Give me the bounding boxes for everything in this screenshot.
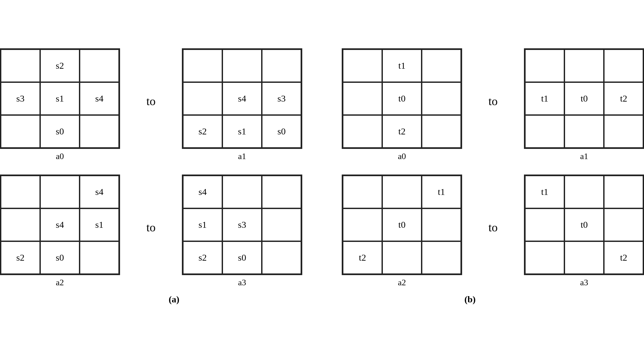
top-row: s2s3s1s4s0 a0 to s4s3s2s1s0 a1 t1t0t2 a0… — [7, 48, 637, 161]
grid-cell: t0 — [382, 82, 422, 115]
grid-cell: s2 — [183, 115, 222, 148]
to-arrow-a-row2: to — [140, 221, 162, 234]
grid-b-a1-label: a1 — [580, 152, 588, 161]
grid-cell — [525, 115, 564, 148]
grid-cell: s4 — [222, 82, 262, 115]
grid-cell — [222, 176, 262, 208]
grid-cell: s3 — [1, 82, 40, 115]
grid-a-a3: s4s1s3s2s0 a3 — [182, 175, 302, 288]
grid-a-a2-label: a2 — [56, 278, 64, 288]
to-arrow-b-row2: to — [482, 221, 504, 234]
grid-cell: t2 — [604, 82, 643, 115]
grid-b-a0-cells: t1t0t2 — [342, 48, 462, 149]
grid-cell: s2 — [1, 241, 40, 274]
grid-cell — [604, 176, 643, 208]
grid-cell — [422, 49, 461, 82]
grid-a-a2: s4s4s1s2s0 a2 — [0, 175, 120, 288]
grid-cell: s0 — [40, 241, 80, 274]
grid-a-a3-label: a3 — [238, 278, 246, 288]
grid-cell: s1 — [80, 208, 119, 241]
grid-b-a3: t1t0t2 a3 — [524, 175, 644, 288]
section-labels-row: (a) (b) — [7, 294, 637, 305]
grid-cell — [422, 82, 461, 115]
grid-cell — [564, 241, 604, 274]
grid-a-a1-cells: s4s3s2s1s0 — [182, 48, 302, 149]
section-b-label: (b) — [464, 294, 476, 304]
grid-cell — [183, 82, 222, 115]
grid-b-a2-cells: t1t0t2 — [342, 175, 462, 275]
grid-cell — [564, 176, 604, 208]
main-container: s2s3s1s4s0 a0 to s4s3s2s1s0 a1 t1t0t2 a0… — [7, 48, 637, 305]
grid-cell — [1, 115, 40, 148]
grid-cell — [1, 49, 40, 82]
grid-cell: t0 — [564, 82, 604, 115]
grid-cell — [1, 208, 40, 241]
grid-cell: t2 — [604, 241, 643, 274]
grid-cell: s2 — [183, 241, 222, 274]
grid-cell: s0 — [222, 241, 262, 274]
grid-cell — [343, 208, 382, 241]
grid-cell: t2 — [382, 115, 422, 148]
grid-cell — [183, 49, 222, 82]
grid-a-a3-cells: s4s1s3s2s0 — [182, 175, 302, 275]
grid-a-a0: s2s3s1s4s0 a0 — [0, 48, 120, 161]
grid-b-a2-label: a2 — [398, 278, 406, 288]
grid-cell — [262, 176, 301, 208]
grid-b-a1: t1t0t2 a1 — [524, 48, 644, 161]
section-b-row2: t1t0t2 a2 to t1t0t2 a3 — [342, 175, 644, 288]
grid-cell — [222, 49, 262, 82]
grid-cell — [40, 176, 80, 208]
grid-cell — [262, 49, 301, 82]
grid-a-a0-label: a0 — [56, 152, 64, 161]
section-b-row1: t1t0t2 a0 to t1t0t2 a1 — [342, 48, 644, 161]
grid-cell: s1 — [183, 208, 222, 241]
grid-cell — [343, 115, 382, 148]
grid-cell — [262, 208, 301, 241]
to-arrow-a-row1: to — [140, 94, 162, 108]
grid-cell — [1, 176, 40, 208]
grid-cell — [80, 49, 119, 82]
grid-b-a3-cells: t1t0t2 — [524, 175, 644, 275]
grid-a-a1-label: a1 — [238, 152, 246, 161]
grid-b-a1-cells: t1t0t2 — [524, 48, 644, 149]
grid-b-a2: t1t0t2 a2 — [342, 175, 462, 288]
section-a-row2: s4s4s1s2s0 a2 to s4s1s3s2s0 a3 — [0, 175, 302, 288]
grid-cell — [422, 208, 461, 241]
grid-cell: s1 — [40, 82, 80, 115]
section-a-label: (a) — [169, 294, 180, 304]
grid-cell — [604, 49, 643, 82]
grid-cell — [525, 241, 564, 274]
grid-cell — [382, 241, 422, 274]
grid-cell — [343, 82, 382, 115]
grid-a-a1: s4s3s2s1s0 a1 — [182, 48, 302, 161]
grid-cell — [80, 115, 119, 148]
grid-cell — [422, 241, 461, 274]
grid-cell — [262, 241, 301, 274]
grid-cell: s4 — [80, 176, 119, 208]
to-arrow-b-row1: to — [482, 94, 504, 108]
grid-cell: t0 — [564, 208, 604, 241]
bottom-row: s4s4s1s2s0 a2 to s4s1s3s2s0 a3 t1t0t2 a2… — [7, 175, 637, 288]
grid-b-a0: t1t0t2 a0 — [342, 48, 462, 161]
grid-cell: t1 — [525, 82, 564, 115]
grid-cell: s0 — [40, 115, 80, 148]
grid-b-a0-label: a0 — [398, 152, 406, 161]
grid-a-a2-cells: s4s4s1s2s0 — [0, 175, 120, 275]
grid-cell — [422, 115, 461, 148]
grid-cell — [604, 208, 643, 241]
grid-cell: s0 — [262, 115, 301, 148]
grid-cell — [343, 176, 382, 208]
grid-cell: t1 — [525, 176, 564, 208]
grid-cell: t2 — [343, 241, 382, 274]
grid-cell: s3 — [262, 82, 301, 115]
grid-cell: s4 — [183, 176, 222, 208]
grid-b-a3-label: a3 — [580, 278, 588, 288]
grid-a-a0-cells: s2s3s1s4s0 — [0, 48, 120, 149]
grid-cell — [80, 241, 119, 274]
grid-cell: s3 — [222, 208, 262, 241]
grid-cell — [382, 176, 422, 208]
grid-cell — [564, 49, 604, 82]
grid-cell: s1 — [222, 115, 262, 148]
grid-cell: s2 — [40, 49, 80, 82]
grid-cell: t1 — [382, 49, 422, 82]
